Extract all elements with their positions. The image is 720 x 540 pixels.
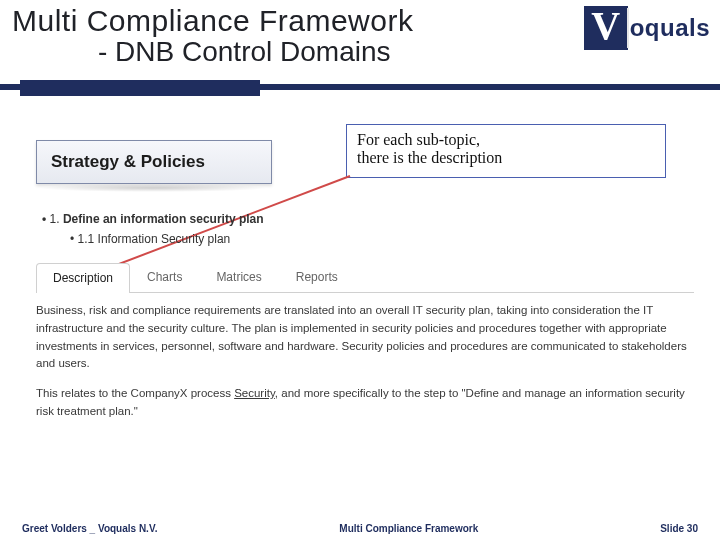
description-paragraph-2: This relates to the CompanyX process Sec…: [36, 385, 690, 421]
topic-list: 1. Define an information security plan 1…: [36, 206, 700, 246]
security-link[interactable]: Security: [234, 387, 275, 399]
tab-matrices[interactable]: Matrices: [199, 262, 278, 292]
header-rule-thick: [20, 80, 260, 96]
logo-text: oquals: [630, 14, 710, 42]
section-heading-box: Strategy & Policies: [36, 140, 272, 184]
list-item-1-label: Define an information security plan: [63, 212, 264, 226]
callout-line2: there is the description: [357, 149, 655, 167]
brand-logo: V oquals: [584, 6, 710, 50]
section-heading-label: Strategy & Policies: [51, 152, 205, 172]
description-body: Business, risk and compliance requiremen…: [36, 302, 690, 433]
section-shadow: [38, 184, 268, 192]
p2-part-a: This relates to the CompanyX process: [36, 387, 234, 399]
footer-left: Greet Volders _ Voquals N.V.: [22, 523, 157, 534]
footer-center: Multi Compliance Framework: [339, 523, 478, 534]
logo-v-icon: V: [584, 6, 628, 50]
annotation-callout: For each sub-topic, there is the descrip…: [346, 124, 666, 178]
footer-right: Slide 30: [660, 523, 698, 534]
description-paragraph-1: Business, risk and compliance requiremen…: [36, 302, 690, 373]
slide-footer: Greet Volders _ Voquals N.V. Multi Compl…: [0, 523, 720, 534]
tab-charts[interactable]: Charts: [130, 262, 199, 292]
list-item-1-1: 1.1 Information Security plan: [70, 232, 700, 246]
tab-description[interactable]: Description: [36, 263, 130, 293]
list-item-1-prefix: 1.: [50, 212, 63, 226]
list-item-1: 1. Define an information security plan: [42, 212, 700, 226]
tab-reports[interactable]: Reports: [279, 262, 355, 292]
tab-bar: Description Charts Matrices Reports: [36, 262, 694, 293]
callout-line1: For each sub-topic,: [357, 131, 655, 149]
